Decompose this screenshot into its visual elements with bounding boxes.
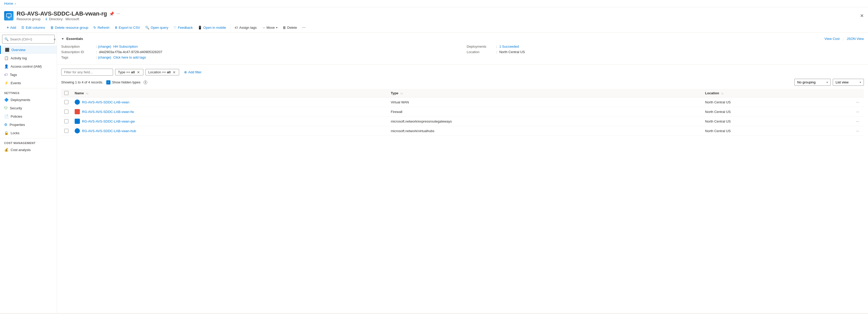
name-column-header[interactable]: Name ↑↓ [71, 89, 388, 97]
sidebar-item-label: Events [11, 81, 21, 85]
open-mobile-button[interactable]: 📱 Open in mobile [195, 24, 228, 31]
select-all-checkbox[interactable] [64, 91, 68, 95]
row-more-button[interactable]: ··· [855, 100, 861, 105]
sidebar-item-policies[interactable]: 📄 Policies [0, 112, 57, 120]
row-checkbox[interactable] [64, 129, 68, 133]
deployments-icon: 🔷 [4, 98, 8, 102]
resource-name: RG-AVS-AVS-SDDC-LAB-vwan [82, 100, 129, 104]
cost-management-section-label: Cost Management [0, 138, 57, 146]
json-view-link[interactable]: JSON View [847, 37, 864, 41]
sidebar-item-tags[interactable]: 🏷 Tags [0, 70, 57, 79]
pin-button[interactable]: 📌 [109, 11, 114, 16]
home-link[interactable]: Home [4, 2, 13, 5]
deployments-link[interactable]: 1 Succeeded [499, 44, 519, 48]
location-filter-clear-button[interactable]: ✕ [172, 70, 176, 74]
main-content: ▼ Essentials View Cost | JSON View Subsc… [57, 33, 868, 313]
move-chevron-icon: ▾ [276, 26, 277, 29]
deployments-count: 1 [499, 44, 501, 48]
move-button[interactable]: → Move ▾ [259, 24, 280, 31]
tags-change-link[interactable]: (change) [98, 56, 111, 59]
edit-columns-button[interactable]: ☰ Edit columns [19, 24, 48, 31]
resource-name-link[interactable]: RG-AVS-AVS-SDDC-LAB-vwan-hub [75, 128, 384, 133]
sidebar-item-locks[interactable]: 🔒 Locks [0, 129, 57, 137]
sidebar-item-deployments[interactable]: 🔷 Deployments [0, 96, 57, 104]
toolbar-delete-icon: 🗑 [283, 26, 286, 30]
location-row: Location : North Central US [467, 49, 864, 55]
type-column-header[interactable]: Type ↑↓ [388, 89, 702, 97]
type-filter-chip: Type == all ✕ [115, 69, 143, 75]
subscription-change-link[interactable]: (change) [98, 44, 111, 48]
move-icon: → [262, 26, 265, 30]
cost-analysis-icon: 💰 [4, 148, 8, 152]
resource-name: RG-AVS-AVS-SDDC-LAB-vwan-gw [82, 119, 135, 123]
add-filter-button[interactable]: ⊕ Add filter [181, 69, 204, 76]
add-filter-icon: ⊕ [184, 70, 187, 74]
location-filter-label: Location == all [148, 70, 170, 74]
grouping-controls: No grouping ▾ List view ▾ [794, 79, 864, 86]
top-bar: Home › [0, 0, 868, 7]
sidebar-item-label: Security [10, 106, 22, 110]
row-checkbox[interactable] [64, 100, 68, 104]
add-icon: + [7, 25, 9, 30]
location-value: North Central US [499, 50, 525, 54]
show-hidden-checkbox[interactable]: ✓ [106, 80, 111, 84]
sidebar-item-cost-analysis[interactable]: 💰 Cost analysis [0, 146, 57, 154]
resource-name-link[interactable]: RG-AVS-AVS-SDDC-LAB-vwan-fw [75, 109, 384, 114]
sidebar-item-access-control[interactable]: 👤 Access control (IAM) [0, 62, 57, 70]
row-checkbox[interactable] [64, 110, 68, 114]
location-filter-chip: Location == all ✕ [146, 69, 179, 75]
resource-name-link[interactable]: RG-AVS-AVS-SDDC-LAB-vwan [75, 100, 384, 105]
feedback-button[interactable]: ♡ Feedback [171, 24, 195, 31]
sidebar-item-overview[interactable]: ⬛ Overview [0, 45, 57, 54]
list-view-dropdown[interactable]: List view ▾ [833, 79, 864, 86]
row-more-button[interactable]: ··· [855, 109, 861, 114]
tags-value-link[interactable]: Click here to add tags [113, 56, 146, 59]
sidebar-item-security[interactable]: 🛡 Security [0, 104, 57, 112]
resource-type-cell: Firewall [388, 107, 702, 116]
checkmark-icon: ✓ [107, 81, 110, 84]
show-hidden-types-label[interactable]: ✓ Show hidden types [106, 80, 141, 84]
view-cost-link[interactable]: View Cost [825, 37, 839, 41]
locks-icon: 🔒 [4, 131, 8, 135]
assign-tags-button[interactable]: 🏷 Assign tags [232, 24, 259, 31]
search-input[interactable] [10, 37, 54, 41]
sidebar-item-label: Tags [10, 73, 17, 77]
sidebar-item-properties[interactable]: ⚙ Properties [0, 120, 57, 129]
tags-label: Tags [61, 56, 95, 59]
show-hidden-info-icon[interactable]: ℹ [144, 80, 147, 84]
more-options-button[interactable]: ··· [116, 11, 120, 16]
delete-resource-group-button[interactable]: 🗑 Delete resource group [48, 24, 91, 31]
essentials-toggle-button[interactable]: ▼ [61, 37, 64, 41]
subscription-value-link[interactable]: HH Subscription [113, 44, 138, 48]
open-query-button[interactable]: 🔍 Open query [143, 24, 171, 31]
list-view-chevron-icon: ▾ [860, 81, 861, 84]
toolbar-delete-button[interactable]: 🗑 Delete [280, 24, 300, 31]
delete-rg-icon: 🗑 [50, 26, 54, 30]
toolbar-more-button[interactable]: ··· [300, 24, 308, 31]
subscription-id-label: Subscription ID [61, 50, 95, 54]
location-column-header[interactable]: Location ↑↓ [702, 89, 851, 97]
sidebar-item-activity-log[interactable]: 📋 Activity log [0, 54, 57, 62]
location-label: Location [467, 50, 495, 54]
collapse-sidebar-button[interactable]: « [54, 37, 56, 41]
close-button[interactable]: ✕ [860, 13, 864, 19]
filter-input[interactable] [61, 69, 113, 76]
resources-section: Type == all ✕ Location == all ✕ ⊕ Add fi… [57, 65, 868, 140]
grouping-chevron-icon: ▾ [827, 81, 828, 84]
essentials-title: Essentials [66, 37, 83, 41]
no-grouping-dropdown[interactable]: No grouping ▾ [794, 79, 831, 86]
resource-name-link[interactable]: RG-AVS-AVS-SDDC-LAB-vwan-gw [75, 119, 384, 124]
refresh-button[interactable]: ↻ Refresh [91, 24, 112, 31]
sidebar-item-events[interactable]: ⚡ Events [0, 79, 57, 87]
type-filter-clear-button[interactable]: ✕ [136, 70, 141, 74]
row-checkbox[interactable] [64, 119, 68, 123]
row-more-button[interactable]: ··· [855, 128, 861, 133]
row-more-button[interactable]: ··· [855, 119, 861, 124]
access-control-icon: 👤 [4, 64, 8, 68]
export-csv-button[interactable]: ⬇ Export to CSV [112, 24, 143, 31]
toolbar-divider [230, 24, 230, 31]
toolbar: + Add ☰ Edit columns 🗑 Delete resource g… [4, 23, 864, 32]
sidebar-item-label: Cost analysis [11, 148, 31, 152]
settings-section-label: Settings [0, 88, 57, 96]
add-button[interactable]: + Add [4, 24, 19, 31]
